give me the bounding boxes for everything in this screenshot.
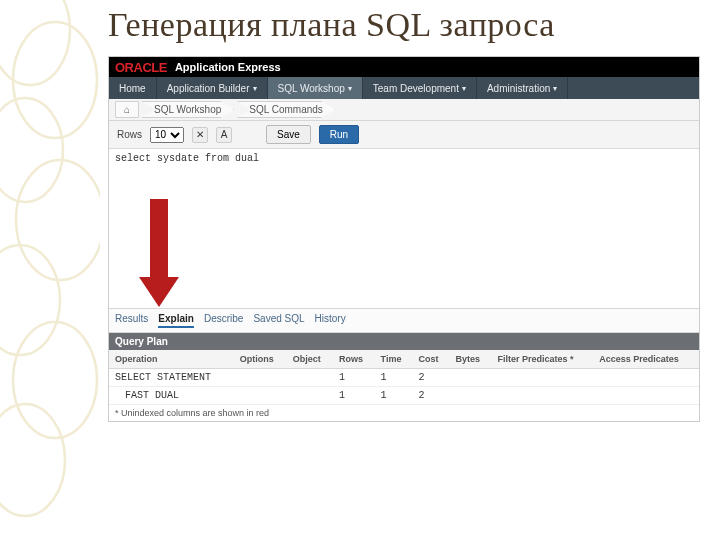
crumb-sql-commands[interactable]: SQL Commands <box>236 101 336 118</box>
nav-sql-workshop[interactable]: SQL Workshop▾ <box>268 77 363 99</box>
product-name: Application Express <box>175 61 281 73</box>
col-filter: Filter Predicates * <box>492 350 594 369</box>
result-tabs: Results Explain Describe Saved SQL Histo… <box>109 309 699 333</box>
run-button[interactable]: Run <box>319 125 359 144</box>
sql-editor[interactable]: select sysdate from dual <box>109 149 699 309</box>
slide-title: Генерация плана SQL запроса <box>108 6 555 44</box>
table-header-row: Operation Options Object Rows Time Cost … <box>109 350 699 369</box>
query-plan-table: Operation Options Object Rows Time Cost … <box>109 350 699 405</box>
sql-toolbar: Rows 10 ✕ A Save Run <box>109 121 699 149</box>
svg-point-1 <box>13 22 97 138</box>
nav-app-builder[interactable]: Application Builder▾ <box>157 77 268 99</box>
tab-describe[interactable]: Describe <box>204 313 243 328</box>
find-icon[interactable]: A <box>216 127 232 143</box>
crumb-sql-workshop[interactable]: SQL Workshop <box>141 101 234 118</box>
svg-point-4 <box>0 245 60 355</box>
chevron-down-icon: ▾ <box>348 84 352 93</box>
nav-home[interactable]: Home <box>109 77 157 99</box>
col-options: Options <box>234 350 287 369</box>
svg-point-6 <box>0 404 65 516</box>
breadcrumb: ⌂ SQL Workshop SQL Commands <box>109 99 699 121</box>
query-plan-header: Query Plan <box>109 333 699 350</box>
rows-select[interactable]: 10 <box>150 127 184 143</box>
col-cost: Cost <box>412 350 449 369</box>
chevron-down-icon: ▾ <box>553 84 557 93</box>
svg-point-5 <box>13 322 97 438</box>
save-button[interactable]: Save <box>266 125 311 144</box>
nav-team-dev[interactable]: Team Development▾ <box>363 77 477 99</box>
tab-results[interactable]: Results <box>115 313 148 328</box>
table-row: SELECT STATEMENT 1 1 2 <box>109 369 699 387</box>
slide-background-leaves <box>0 0 100 540</box>
col-rows: Rows <box>333 350 375 369</box>
app-header: ORACLE Application Express <box>109 57 699 77</box>
svg-point-2 <box>0 98 63 202</box>
clear-icon[interactable]: ✕ <box>192 127 208 143</box>
col-operation: Operation <box>109 350 234 369</box>
table-row: FAST DUAL 1 1 2 <box>109 387 699 405</box>
annotation-arrow-icon <box>139 199 179 309</box>
tab-history[interactable]: History <box>315 313 346 328</box>
rows-label: Rows <box>117 129 142 140</box>
main-nav: Home Application Builder▾ SQL Workshop▾ … <box>109 77 699 99</box>
tab-explain[interactable]: Explain <box>158 313 194 328</box>
svg-point-0 <box>0 0 70 85</box>
chevron-down-icon: ▾ <box>253 84 257 93</box>
plan-footnote: * Unindexed columns are shown in red <box>109 405 699 421</box>
oracle-logo: ORACLE <box>115 60 167 75</box>
col-access: Access Predicates <box>593 350 699 369</box>
col-bytes: Bytes <box>449 350 491 369</box>
col-object: Object <box>287 350 333 369</box>
home-icon[interactable]: ⌂ <box>115 101 139 118</box>
tab-saved-sql[interactable]: Saved SQL <box>253 313 304 328</box>
app-screenshot: ORACLE Application Express Home Applicat… <box>108 56 700 422</box>
nav-admin[interactable]: Administration▾ <box>477 77 568 99</box>
sql-text: select sysdate from dual <box>115 153 259 164</box>
chevron-down-icon: ▾ <box>462 84 466 93</box>
col-time: Time <box>375 350 413 369</box>
